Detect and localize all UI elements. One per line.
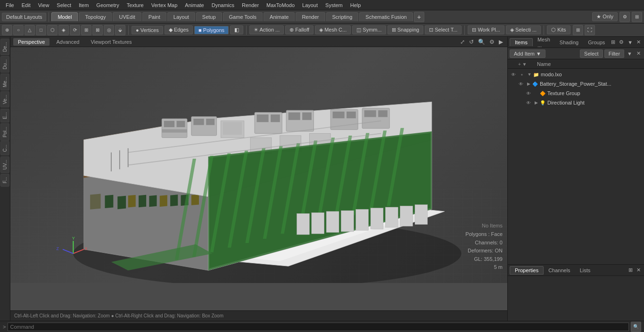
menu-view[interactable]: View — [34, 1, 53, 9]
tool-icon-6[interactable]: ⟳ — [70, 25, 80, 35]
expand-2[interactable]: ▶ — [533, 91, 539, 96]
grid-view-icon[interactable]: ⊞ — [573, 25, 583, 35]
tool-icon-7[interactable]: ⊞ — [81, 25, 91, 35]
items-tab-mesh[interactable]: Mesh ... — [533, 36, 555, 49]
add-tab-button[interactable]: + — [414, 12, 424, 22]
menu-vertex-map[interactable]: Vertex Map — [148, 1, 182, 9]
menu-select[interactable]: Select — [53, 1, 75, 9]
tool-icon-10[interactable]: ⬙ — [115, 25, 125, 35]
panel-close-icon[interactable]: ✕ — [635, 39, 642, 46]
polygons-mode[interactable]: ■ Polygons — [194, 26, 229, 34]
eye-icon2-0[interactable]: ● — [518, 71, 526, 78]
tool-icon-9[interactable]: ◎ — [104, 25, 114, 35]
expand-1[interactable]: ▶ — [526, 81, 531, 86]
expand-3[interactable]: ▶ — [533, 100, 539, 105]
symm-btn[interactable]: ◫ Symm... — [352, 25, 386, 34]
prop-tab-channels[interactable]: Channels — [544, 267, 575, 274]
sidebar-tab-ve[interactable]: Ve... — [0, 91, 9, 107]
sidebar-tab-e[interactable]: E... — [0, 109, 9, 122]
tab-scripting[interactable]: Scripting — [326, 12, 359, 21]
panel-expand-icon[interactable]: ⊞ — [610, 39, 617, 46]
menu-help[interactable]: Help — [347, 1, 365, 9]
sidebar-tab-c[interactable]: C... — [0, 141, 9, 155]
tree-item-modo-lxo[interactable]: 👁 ● ▼ 📁 modo.lxo — [508, 70, 644, 79]
filter-button[interactable]: Filter — [604, 49, 624, 58]
select-button[interactable]: Select — [580, 49, 603, 58]
tool-icon-3[interactable]: □ — [36, 25, 46, 35]
sidebar-tab-me[interactable]: Me... — [0, 73, 9, 90]
falloff-btn[interactable]: ⊕ Falloff — [285, 25, 314, 34]
panel-settings-icon[interactable]: ⚙ — [618, 39, 625, 46]
snapping-btn[interactable]: ⊞ Snapping — [388, 25, 424, 34]
tab-model[interactable]: Model — [51, 12, 78, 21]
tool-icon-2[interactable]: △ — [25, 25, 35, 35]
tab-setup[interactable]: Setup — [196, 12, 222, 21]
action-btn[interactable]: ☀ Action ... — [249, 25, 284, 34]
tab-render[interactable]: Render — [296, 12, 325, 21]
viewport-maximize-icon[interactable]: ⤢ — [459, 38, 466, 46]
eye-icon-2[interactable]: 👁 — [525, 89, 532, 97]
menu-maxtomodo[interactable]: MaxToModo — [263, 1, 298, 9]
items-tab-items[interactable]: Items — [510, 38, 533, 46]
tab-topology[interactable]: Topology — [79, 12, 112, 21]
menu-edit[interactable]: Edit — [18, 1, 34, 9]
star-only-button[interactable]: ★ Only — [592, 12, 618, 21]
prop-close-icon[interactable]: ✕ — [635, 267, 642, 274]
mesh-btn[interactable]: ◈ Mesh C... — [315, 25, 351, 34]
tab-game-tools[interactable]: Game Tools — [223, 12, 263, 21]
menu-item[interactable]: Item — [75, 1, 92, 9]
edges-mode[interactable]: ◆ Edges — [165, 25, 193, 34]
menu-geometry[interactable]: Geometry — [92, 1, 123, 9]
menu-texture[interactable]: Texture — [123, 1, 148, 9]
add-item-button[interactable]: Add Item ▼ — [510, 49, 545, 58]
tree-item-texture-group[interactable]: 👁 ▶ 🔶 Texture Group — [523, 89, 644, 98]
tool-icon-1[interactable]: ○ — [13, 25, 24, 35]
sidebar-tab-uv[interactable]: UV... — [0, 156, 9, 173]
tab-uvedit[interactable]: UVEdit — [113, 12, 141, 21]
viewport-reset-icon[interactable]: ↺ — [468, 38, 475, 46]
prop-expand-icon[interactable]: ⊞ — [627, 267, 634, 274]
menu-render[interactable]: Render — [238, 1, 263, 9]
panel-arrow-icon[interactable]: ▼ — [626, 39, 634, 46]
tool-icon-4[interactable]: ⬡ — [47, 25, 58, 35]
tool-icon-5[interactable]: ◈ — [58, 25, 69, 35]
viewport-canvas[interactable]: X Y Z No Items Polygons : Face Channels:… — [10, 47, 507, 283]
tree-item-directional-light[interactable]: 👁 ▶ 💡 Directional Light — [523, 98, 644, 107]
vertices-mode[interactable]: ● Vertices — [132, 26, 163, 34]
menu-animate[interactable]: Animate — [181, 1, 207, 9]
select-tool-btn[interactable]: ⊡ Select T... — [425, 25, 462, 34]
settings-icon[interactable]: ⚙ — [619, 12, 630, 22]
eye-icon-3[interactable]: 👁 — [525, 99, 532, 106]
expand-icon[interactable]: ⊞ — [632, 12, 642, 22]
menu-system[interactable]: System — [322, 1, 347, 9]
fullscreen-icon[interactable]: ⛶ — [585, 25, 595, 35]
tool-icon-0[interactable]: ⊕ — [2, 25, 12, 35]
eye-icon-1[interactable]: 👁 — [517, 80, 525, 88]
panel-close2-icon[interactable]: ✕ — [635, 50, 642, 57]
sidebar-tab-pol[interactable]: Pol... — [0, 123, 9, 141]
tab-paint[interactable]: Paint — [142, 12, 166, 21]
viewport-search-icon[interactable]: 🔍 — [477, 38, 487, 46]
expand-0[interactable]: ▼ — [527, 72, 532, 77]
menu-layout[interactable]: Layout — [298, 1, 322, 9]
viewport-expand-icon[interactable]: ▶ — [497, 38, 504, 46]
menu-file[interactable]: File — [2, 1, 18, 9]
sidebar-tab-f[interactable]: F... — [0, 174, 9, 186]
items-tab-groups[interactable]: Groups — [583, 39, 610, 46]
viewport-tab-advanced[interactable]: Advanced — [51, 38, 84, 46]
menu-dynamics[interactable]: Dynamics — [208, 1, 238, 9]
prop-tab-properties[interactable]: Properties — [510, 266, 544, 275]
tree-item-battery[interactable]: 👁 ▶ 🔷 Battery_Storage_Power_Stat... — [515, 79, 644, 89]
item-mode[interactable]: ◧ — [230, 25, 243, 34]
viewport-tab-perspective[interactable]: Perspective — [13, 38, 50, 46]
sidebar-tab-de[interactable]: De... — [0, 39, 9, 55]
tab-layout[interactable]: Layout — [167, 12, 195, 21]
command-input[interactable] — [8, 323, 629, 331]
kits-btn[interactable]: ⬡ Kits — [547, 25, 570, 34]
panel-arrow2-icon[interactable]: ▼ — [626, 50, 634, 57]
eye-icon-0[interactable]: 👁 — [510, 71, 517, 78]
tool-icon-8[interactable]: ⊠ — [92, 25, 103, 35]
prop-tab-lists[interactable]: Lists — [575, 267, 595, 274]
command-search-icon[interactable]: 🔍 — [631, 322, 641, 332]
selecti-btn[interactable]: ◈ Selecti ... — [506, 25, 541, 34]
